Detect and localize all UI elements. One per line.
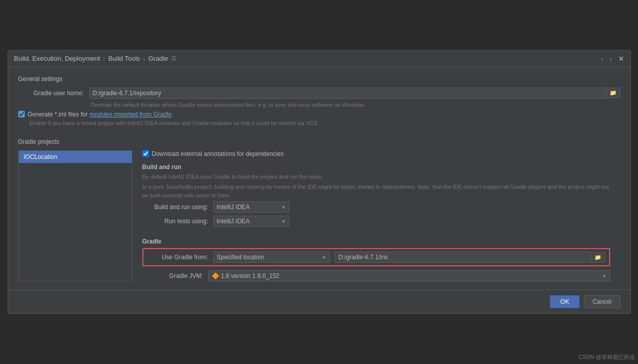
gradle-path-input[interactable] [335,252,591,263]
ok-button[interactable]: OK [550,295,580,308]
breadcrumb-part1[interactable]: Build, Execution, Deployment [14,55,100,62]
gradle-jvm-dropdown-wrapper: 🔶 1.8 version 1.8.0_152 ▼ [208,270,610,281]
dialog-body: General settings Gradle user home: 📁 Ove… [8,67,630,290]
generate-iml-row: Generate *.iml files for modules importe… [18,111,620,118]
close-button[interactable]: ✕ [618,55,624,63]
build-using-label: Build and run using: [142,204,208,211]
build-run-desc1: By default IntelliJ IDEA uses Gradle to … [142,173,610,181]
download-annotations-label: Download external annotations for depend… [152,150,284,157]
gradle-section: Gradle Use Gradle from: Specified locati… [142,238,610,281]
gradle-jvm-label: Gradle JVM: [142,272,203,279]
build-using-row: Build and run using: IntelliJ IDEA Gradl… [142,201,610,213]
build-using-dropdown-wrapper: IntelliJ IDEA Gradle ▼ [213,201,289,213]
gradle-path-folder-button[interactable]: 📁 [591,252,605,263]
project-settings-panel: Download external annotations for depend… [132,150,620,282]
breadcrumb-sep2: › [143,55,145,62]
download-annotations-checkbox[interactable] [142,150,149,157]
breadcrumb: Build, Execution, Deployment › Build Too… [14,55,176,62]
gradle-jvm-dropdown[interactable]: 🔶 1.8 version 1.8.0_152 [208,270,610,281]
build-run-desc2: In a pure Java/Kotlin project, building … [142,183,610,199]
nav-forward-button[interactable]: › [610,55,612,63]
gradle-location-dropdown[interactable]: Specified location Default Gradle wrappe… [213,252,330,263]
build-run-section: Build and run By default IntelliJ IDEA u… [142,164,610,230]
build-run-title: Build and run [142,164,610,171]
gradle-user-home-folder-button[interactable]: 📁 [607,88,620,98]
title-bar: Build, Execution, Deployment › Build Too… [8,51,630,67]
title-bar-actions: ‹ › ✕ [601,55,624,63]
gradle-user-home-hint: Override the default location where Grad… [91,102,620,108]
gradle-user-home-row: Gradle user home: 📁 [18,88,620,99]
generate-iml-label: Generate *.iml files for modules importe… [28,111,172,118]
run-tests-dropdown[interactable]: IntelliJ IDEA Gradle [213,216,289,227]
breadcrumb-part2[interactable]: Build Tools [108,55,140,62]
run-tests-label: Run tests using: [142,218,208,225]
download-annotations-row: Download external annotations for depend… [142,150,610,157]
nav-back-button[interactable]: ‹ [601,55,604,63]
general-settings-section: General settings Gradle user home: 📁 Ove… [18,75,620,130]
generate-iml-checkbox[interactable] [18,111,25,117]
gradle-projects-title: Gradle projects [18,138,620,145]
build-using-dropdown[interactable]: IntelliJ IDEA Gradle [213,201,289,213]
watermark: CSDN @非林都已拆走 [579,353,635,361]
dialog-footer: OK Cancel [8,290,630,313]
project-item-ioclocation[interactable]: IOCLocation [19,151,132,163]
cancel-button[interactable]: Cancel [584,295,620,308]
project-list: IOCLocation [18,150,132,282]
run-tests-row: Run tests using: IntelliJ IDEA Gradle ▼ [142,216,610,227]
breadcrumb-sep1: › [103,55,105,62]
gradle-jvm-row: Gradle JVM: 🔶 1.8 version 1.8.0_152 ▼ [142,270,610,281]
gradle-section-title: Gradle [142,238,610,245]
general-settings-title: General settings [18,75,620,83]
gradle-user-home-label: Gradle user home: [18,90,84,97]
settings-dialog: Build, Execution, Deployment › Build Too… [8,50,631,314]
settings-icon: ☰ [171,55,176,62]
gradle-user-home-input-group: 📁 [89,88,620,99]
generate-iml-hint: Enable if you have a mixed project with … [29,120,620,126]
projects-wrapper: IOCLocation Download external annotation… [18,150,620,282]
use-gradle-from-label: Use Gradle from: [147,254,208,261]
breadcrumb-part3: Gradle [148,55,168,62]
gradle-user-home-input[interactable] [89,88,607,99]
run-tests-dropdown-wrapper: IntelliJ IDEA Gradle ▼ [213,216,289,227]
use-gradle-from-row: Use Gradle from: Specified location Defa… [142,248,610,266]
gradle-path-group: 📁 [335,252,605,263]
gradle-location-dropdown-wrapper: Specified location Default Gradle wrappe… [213,252,330,263]
